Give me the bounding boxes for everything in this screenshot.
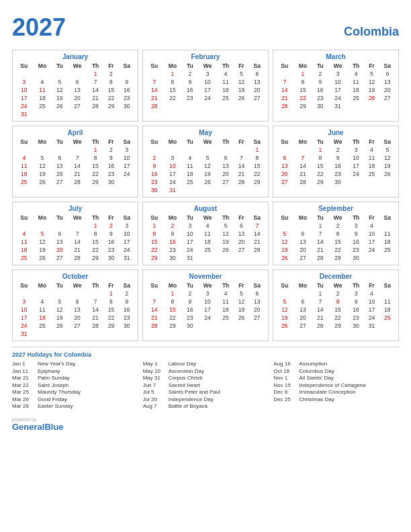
weekday-header: Mo bbox=[163, 281, 183, 290]
cal-day: 23 bbox=[119, 314, 135, 322]
cal-table: SuMoTuWeThFrSa12345678910111213141516171… bbox=[146, 281, 265, 330]
holiday-date: Mar 21 bbox=[12, 375, 35, 381]
cal-day: 22 bbox=[87, 246, 103, 254]
cal-day: 17 bbox=[182, 238, 197, 246]
cal-day bbox=[379, 290, 396, 298]
cal-day: 26 bbox=[218, 246, 234, 254]
cal-day: 18 bbox=[33, 314, 52, 322]
cal-day bbox=[182, 186, 197, 194]
weekday-header: Tu bbox=[52, 281, 67, 290]
weekday-header: Fr bbox=[364, 214, 379, 222]
cal-day: 15 bbox=[103, 306, 118, 314]
cal-day: 7 bbox=[249, 222, 265, 230]
cal-day: 19 bbox=[197, 170, 218, 178]
weekday-header: Sa bbox=[249, 281, 265, 290]
cal-day: 10 bbox=[348, 154, 364, 162]
cal-day: 21 bbox=[276, 94, 293, 102]
cal-day: 8 bbox=[163, 298, 183, 306]
weekday-header: Sa bbox=[119, 62, 135, 70]
cal-day: 22 bbox=[249, 170, 265, 178]
cal-day: 27 bbox=[52, 178, 67, 186]
cal-day: 7 bbox=[87, 78, 103, 86]
cal-day: 21 bbox=[249, 238, 265, 246]
cal-day: 28 bbox=[67, 254, 87, 262]
cal-day: 29 bbox=[293, 102, 313, 110]
cal-day: 4 bbox=[218, 70, 234, 78]
cal-day: 23 bbox=[182, 94, 197, 102]
weekday-header: Mo bbox=[33, 138, 52, 146]
weekday-header: We bbox=[67, 214, 87, 222]
cal-day: 4 bbox=[33, 78, 52, 86]
weekday-header: Th bbox=[348, 62, 364, 70]
cal-day: 26 bbox=[364, 94, 379, 102]
cal-day bbox=[52, 110, 67, 118]
holiday-column: Jan 1New Year's DayJan 11EpiphanyMar 21P… bbox=[12, 361, 138, 410]
cal-day: 6 bbox=[379, 70, 396, 78]
cal-day: 15 bbox=[328, 306, 348, 314]
cal-day bbox=[182, 102, 197, 110]
cal-day: 13 bbox=[52, 238, 67, 246]
cal-day: 26 bbox=[52, 322, 67, 330]
cal-day: 4 bbox=[348, 70, 364, 78]
weekday-header: Th bbox=[87, 62, 103, 70]
cal-day: 17 bbox=[15, 94, 33, 102]
cal-day: 21 bbox=[67, 170, 87, 178]
cal-day: 16 bbox=[348, 306, 364, 314]
holiday-row: Nov 1All Saints' Day bbox=[273, 375, 399, 381]
cal-day: 22 bbox=[163, 94, 183, 102]
cal-day: 24 bbox=[364, 314, 379, 322]
brand-general: General bbox=[12, 422, 44, 432]
weekday-header: Fr bbox=[103, 62, 118, 70]
cal-day bbox=[163, 102, 183, 110]
cal-day: 12 bbox=[197, 162, 218, 170]
weekday-header: We bbox=[197, 138, 218, 146]
cal-day: 9 bbox=[182, 78, 197, 86]
cal-day: 28 bbox=[234, 178, 248, 186]
cal-day: 2 bbox=[103, 222, 118, 230]
cal-day: 13 bbox=[293, 306, 313, 314]
cal-day bbox=[87, 330, 103, 338]
holiday-date: Jul 20 bbox=[143, 396, 166, 402]
cal-day: 13 bbox=[52, 162, 67, 170]
cal-day: 19 bbox=[52, 314, 67, 322]
cal-day: 19 bbox=[234, 86, 248, 94]
weekday-header: Tu bbox=[52, 214, 67, 222]
cal-day: 30 bbox=[119, 102, 135, 110]
cal-day bbox=[146, 146, 163, 154]
cal-day: 29 bbox=[163, 322, 183, 330]
cal-day: 1 bbox=[87, 70, 103, 78]
cal-day: 6 bbox=[276, 154, 293, 162]
cal-day: 19 bbox=[218, 238, 234, 246]
cal-day: 22 bbox=[312, 170, 328, 178]
cal-day: 14 bbox=[87, 86, 103, 94]
cal-day: 27 bbox=[276, 178, 293, 186]
weekday-header: Tu bbox=[182, 281, 197, 290]
cal-day: 2 bbox=[182, 70, 197, 78]
cal-day bbox=[218, 186, 234, 194]
country-title: Colombia bbox=[344, 25, 399, 39]
cal-day: 18 bbox=[348, 86, 364, 94]
weekday-header: Mo bbox=[33, 281, 52, 290]
holiday-row: Jan 11Epiphany bbox=[12, 368, 138, 374]
cal-day bbox=[379, 102, 396, 110]
month-name: July bbox=[15, 205, 135, 212]
cal-day: 19 bbox=[33, 170, 52, 178]
cal-day: 22 bbox=[146, 246, 163, 254]
cal-day: 16 bbox=[328, 162, 348, 170]
cal-day: 24 bbox=[15, 322, 33, 330]
cal-day: 2 bbox=[163, 222, 183, 230]
cal-day: 23 bbox=[348, 246, 364, 254]
powered-by-text: powered by bbox=[12, 417, 64, 422]
holiday-date: Jul 5 bbox=[143, 389, 166, 395]
weekday-header: Mo bbox=[163, 138, 183, 146]
cal-day: 3 bbox=[197, 70, 218, 78]
cal-day: 15 bbox=[163, 86, 183, 94]
cal-day: 13 bbox=[379, 78, 396, 86]
cal-day: 23 bbox=[348, 314, 364, 322]
cal-day: 28 bbox=[146, 322, 163, 330]
weekday-header: Sa bbox=[379, 62, 396, 70]
cal-day: 11 bbox=[379, 298, 396, 306]
weekday-header: Tu bbox=[52, 138, 67, 146]
holiday-date: Jan 11 bbox=[12, 368, 35, 374]
weekday-header: Mo bbox=[163, 62, 183, 70]
